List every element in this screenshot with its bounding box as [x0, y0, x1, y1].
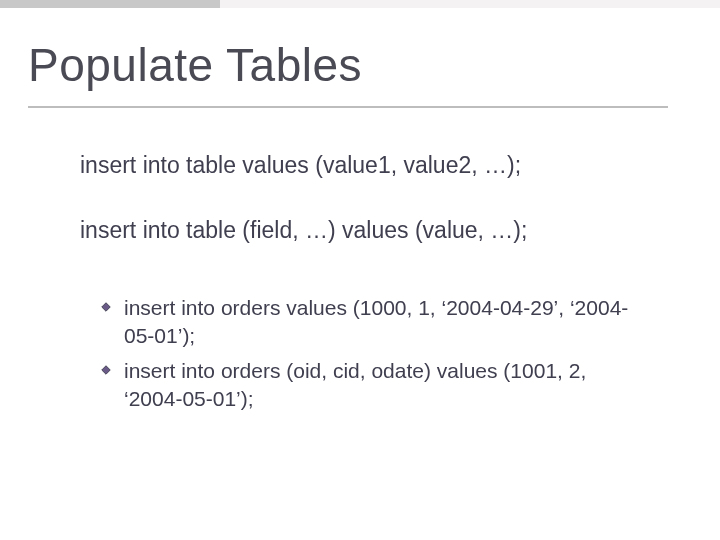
list-item: insert into orders (oid, cid, odate) val…: [100, 357, 660, 414]
top-accent-dark: [0, 0, 220, 8]
diamond-bullet-icon: [100, 301, 112, 313]
example-list: insert into orders values (1000, 1, ‘200…: [80, 294, 660, 413]
slide-title: Populate Tables: [28, 38, 362, 92]
slide: Populate Tables insert into table values…: [0, 0, 720, 540]
top-accent-light: [220, 0, 720, 8]
syntax-line-1: insert into table values (value1, value2…: [80, 150, 660, 181]
svg-rect-0: [102, 303, 110, 311]
example-text: insert into orders values (1000, 1, ‘200…: [124, 294, 644, 351]
diamond-bullet-icon: [100, 364, 112, 376]
svg-rect-1: [102, 366, 110, 374]
title-underline: [28, 106, 668, 108]
syntax-line-2: insert into table (field, …) values (val…: [80, 215, 660, 246]
top-accent-bar: [0, 0, 720, 8]
list-item: insert into orders values (1000, 1, ‘200…: [100, 294, 660, 351]
example-text: insert into orders (oid, cid, odate) val…: [124, 357, 644, 414]
slide-content: insert into table values (value1, value2…: [80, 150, 660, 419]
